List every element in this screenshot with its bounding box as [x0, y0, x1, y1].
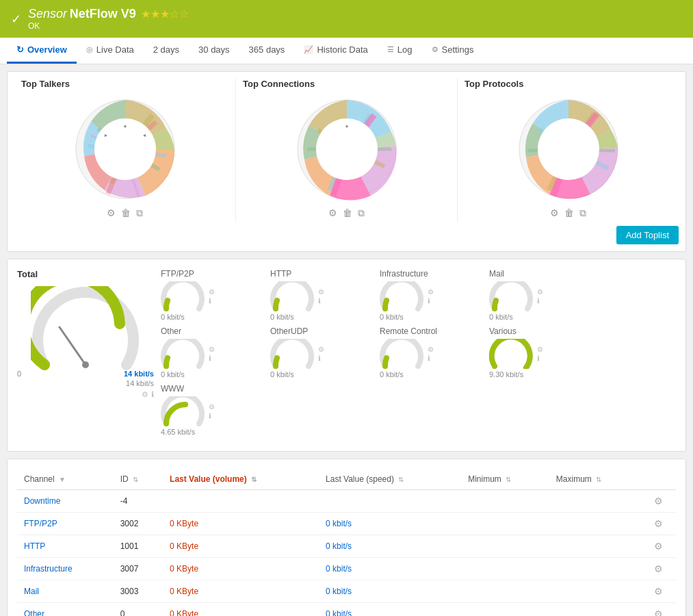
tab-365days[interactable]: 365 days: [239, 38, 295, 64]
col-id[interactable]: ID ⇅: [114, 469, 163, 490]
gauge-info-sm[interactable]: ℹ: [209, 297, 215, 305]
row-gear-icon-4[interactable]: ⚙: [654, 586, 663, 597]
gauge-info-icon[interactable]: ℹ: [151, 390, 154, 399]
row-gear-icon-0[interactable]: ⚙: [654, 496, 663, 506]
tab-2days[interactable]: 2 days: [144, 38, 189, 64]
table-row: Other 0 0 KByte 0 kbit/s ⚙: [17, 603, 676, 617]
external-link-icon-2[interactable]: ⧉: [358, 207, 365, 219]
table-header-row: Channel ▼ ID ⇅ Last Value (volume) ⇅ Las…: [17, 469, 676, 490]
pin-icon[interactable]: ⚙: [107, 207, 116, 219]
cell-min-0: [461, 490, 549, 513]
gauge-remote-title: Remote Control: [380, 326, 482, 336]
toplist-protocols-actions: ⚙ 🗑 ⧉: [465, 204, 672, 219]
cell-volume-0: [163, 490, 319, 513]
cell-speed-3: 0 kbit/s: [319, 558, 461, 580]
big-gauge-chart: [31, 286, 140, 368]
channel-link-1[interactable]: FTP/P2P: [24, 519, 57, 528]
col-last-speed[interactable]: Last Value (speed) ⇅: [319, 469, 461, 490]
toplist-connections-actions: ⚙ 🗑 ⧉: [243, 204, 450, 219]
gauge-info-various[interactable]: ℹ: [537, 355, 543, 362]
table-row: Downtime -4 ⚙: [17, 490, 676, 513]
cell-max-4: [549, 580, 641, 603]
gauge-info-remote[interactable]: ℹ: [428, 355, 434, 362]
channel-link-2[interactable]: HTTP: [24, 541, 45, 551]
gauge-info-infra[interactable]: ℹ: [428, 297, 434, 305]
gauge-settings-mail[interactable]: ⚙: [537, 288, 543, 296]
external-link-icon[interactable]: ⧉: [136, 207, 143, 219]
sort-volume-icon: ⇅: [251, 476, 257, 483]
gauge-http: HTTP ⚙ ℹ 0 kbit/s: [270, 269, 373, 321]
gauge-settings-sm[interactable]: ⚙: [209, 288, 215, 296]
col-minimum[interactable]: Minimum ⇅: [461, 469, 549, 490]
cell-channel-5: Other: [17, 603, 114, 617]
table-row: Infrastructure 3007 0 KByte 0 kbit/s ⚙: [17, 558, 676, 580]
cell-channel-3: Infrastructure: [17, 558, 114, 580]
channel-link-5[interactable]: Other: [24, 609, 44, 616]
tab-overview[interactable]: ↻ Overview: [7, 38, 77, 64]
gauge-mail-chart: [489, 281, 533, 311]
gauge-info-http[interactable]: ℹ: [318, 297, 324, 305]
channel-link-3[interactable]: Infrastructure: [24, 564, 73, 574]
gauge-settings-www[interactable]: ⚙: [209, 403, 215, 411]
cell-min-5: [461, 603, 549, 617]
tab-live-data[interactable]: ◎ Live Data: [77, 38, 144, 64]
gauge-otherudp-chart: [270, 339, 314, 369]
toplist-connections-chart: ▲: [292, 94, 402, 204]
delete-icon-3[interactable]: 🗑: [564, 207, 574, 219]
gauge-settings-http[interactable]: ⚙: [318, 288, 324, 296]
row-gear-icon-2[interactable]: ⚙: [654, 541, 663, 552]
gauge-info-mail[interactable]: ℹ: [537, 297, 543, 305]
svg-point-9: [538, 118, 599, 180]
gauge-info-www[interactable]: ℹ: [209, 412, 215, 420]
gauge-min-label: 0: [17, 370, 21, 378]
toplist-talkers-actions: ⚙ 🗑 ⧉: [21, 204, 228, 219]
gauge-settings-icon[interactable]: ⚙: [142, 390, 148, 399]
tab-historic-data[interactable]: 📈 Historic Data: [294, 38, 377, 64]
pin-icon-2[interactable]: ⚙: [328, 207, 337, 219]
gauge-settings-infra[interactable]: ⚙: [428, 288, 434, 296]
toplist-protocols-chart: [514, 94, 623, 204]
gauge-other-value: 0 kbit/s: [161, 370, 263, 378]
nav-tabs: ↻ Overview ◎ Live Data 2 days 30 days 36…: [0, 38, 693, 64]
main-content: Top Talkers: [0, 64, 693, 616]
gauge-settings-remote[interactable]: ⚙: [428, 346, 434, 353]
gauge-settings-otherudp[interactable]: ⚙: [318, 346, 324, 353]
tab-log[interactable]: ☰ Log: [378, 38, 422, 64]
svg-point-11: [82, 361, 89, 368]
pin-icon-3[interactable]: ⚙: [550, 207, 559, 219]
table-row: HTTP 1001 0 KByte 0 kbit/s ⚙: [17, 535, 676, 558]
row-gear-icon-3[interactable]: ⚙: [654, 563, 663, 574]
cell-channel-1: FTP/P2P: [17, 513, 114, 535]
sensor-name: NetFlow V9: [70, 7, 136, 21]
gauge-ftpp2p-title: FTP/P2P: [161, 269, 263, 279]
row-gear-icon-1[interactable]: ⚙: [654, 518, 663, 529]
cell-speed-5: 0 kbit/s: [319, 603, 461, 617]
toplist-connections-title: Top Connections: [243, 79, 450, 89]
col-last-volume[interactable]: Last Value (volume) ⇅: [163, 469, 319, 490]
delete-icon[interactable]: 🗑: [121, 207, 131, 219]
col-channel[interactable]: Channel ▼: [17, 469, 114, 490]
col-maximum[interactable]: Maximum ⇅: [549, 469, 641, 490]
add-toplist-button[interactable]: Add Toplist: [616, 226, 679, 244]
delete-icon-2[interactable]: 🗑: [343, 207, 352, 219]
cell-channel-2: HTTP: [17, 535, 114, 558]
col-actions: [641, 469, 676, 490]
tab-30days[interactable]: 30 days: [189, 38, 239, 64]
gauge-settings-other[interactable]: ⚙: [209, 346, 215, 353]
tab-settings[interactable]: ⚙ Settings: [422, 38, 484, 64]
cell-id-3: 3007: [114, 558, 163, 580]
cell-channel-0: Downtime: [17, 490, 114, 513]
channel-link-4[interactable]: Mail: [24, 587, 39, 596]
channel-link-0[interactable]: Downtime: [24, 496, 60, 506]
gauge-info-other[interactable]: ℹ: [209, 355, 215, 362]
gauge-settings-various[interactable]: ⚙: [537, 346, 543, 353]
toplist-talkers: Top Talkers: [14, 79, 236, 222]
external-link-icon-3[interactable]: ⧉: [579, 207, 586, 219]
gauge-info-otherudp[interactable]: ℹ: [318, 355, 324, 362]
row-gear-icon-5[interactable]: ⚙: [654, 608, 663, 616]
cell-gear-2: ⚙: [641, 535, 676, 558]
cell-gear-1: ⚙: [641, 513, 676, 535]
cell-speed-4: 0 kbit/s: [319, 580, 461, 603]
cell-speed-2: 0 kbit/s: [319, 535, 461, 558]
cell-min-3: [461, 558, 549, 580]
